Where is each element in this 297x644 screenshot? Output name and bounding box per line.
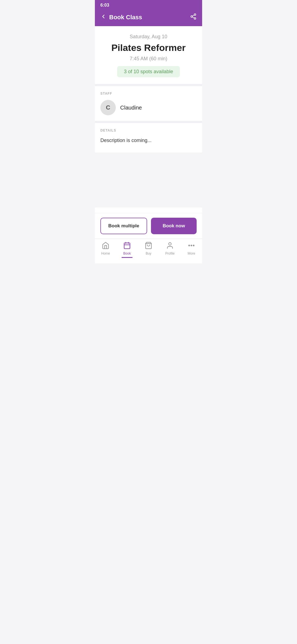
svg-point-10 bbox=[169, 243, 171, 245]
nav-label-home: Home bbox=[101, 252, 110, 255]
header: Book Class bbox=[95, 10, 202, 26]
staff-section: STAFF C Claudine bbox=[95, 86, 202, 121]
section-divider-2 bbox=[95, 121, 202, 123]
book-multiple-button[interactable]: Book multiple bbox=[100, 218, 147, 234]
details-description: Description is coming... bbox=[100, 137, 197, 144]
nav-label-profile: Profile bbox=[165, 252, 175, 255]
svg-line-3 bbox=[193, 17, 194, 18]
nav-item-more[interactable]: More bbox=[181, 242, 202, 255]
action-buttons: Book multiple Book now bbox=[95, 213, 202, 239]
class-date: Saturday, Aug 10 bbox=[100, 34, 197, 40]
header-title: Book Class bbox=[109, 14, 142, 21]
staff-name: Claudine bbox=[120, 105, 142, 111]
details-section: DETAILS Description is coming... bbox=[95, 123, 202, 152]
bottom-navigation: Home Book Buy bbox=[95, 239, 202, 263]
class-info: Saturday, Aug 10 Pilates Reformer 7:45 A… bbox=[95, 26, 202, 84]
svg-point-11 bbox=[189, 245, 190, 246]
nav-item-buy[interactable]: Buy bbox=[138, 242, 159, 255]
details-label: DETAILS bbox=[100, 129, 197, 132]
nav-label-book: Book bbox=[123, 252, 131, 255]
share-button[interactable] bbox=[190, 13, 197, 21]
staff-row: C Claudine bbox=[100, 100, 197, 115]
profile-icon bbox=[166, 242, 174, 250]
svg-point-12 bbox=[191, 245, 192, 246]
empty-space bbox=[95, 152, 202, 208]
more-icon bbox=[188, 242, 195, 250]
main-content: Saturday, Aug 10 Pilates Reformer 7:45 A… bbox=[95, 26, 202, 213]
active-indicator bbox=[122, 257, 133, 258]
nav-item-book[interactable]: Book bbox=[116, 242, 138, 258]
svg-point-13 bbox=[193, 245, 194, 246]
nav-label-more: More bbox=[188, 252, 195, 255]
staff-label: STAFF bbox=[100, 92, 197, 95]
staff-avatar: C bbox=[100, 100, 116, 115]
svg-rect-5 bbox=[124, 243, 130, 249]
home-icon bbox=[102, 242, 109, 250]
spots-badge: 3 of 10 spots available bbox=[117, 66, 180, 77]
nav-item-home[interactable]: Home bbox=[95, 242, 116, 255]
class-time: 7:45 AM (60 min) bbox=[100, 56, 197, 62]
header-left: Book Class bbox=[100, 13, 142, 21]
book-now-button[interactable]: Book now bbox=[151, 218, 197, 234]
svg-line-4 bbox=[193, 15, 194, 16]
nav-item-profile[interactable]: Profile bbox=[159, 242, 181, 255]
buy-icon bbox=[145, 242, 152, 250]
status-bar: 6:03 bbox=[95, 0, 202, 10]
book-icon bbox=[123, 242, 131, 250]
back-button[interactable] bbox=[100, 13, 106, 21]
status-time: 6:03 bbox=[100, 3, 109, 7]
nav-label-buy: Buy bbox=[146, 252, 152, 255]
section-divider bbox=[95, 84, 202, 86]
class-name: Pilates Reformer bbox=[100, 42, 197, 53]
